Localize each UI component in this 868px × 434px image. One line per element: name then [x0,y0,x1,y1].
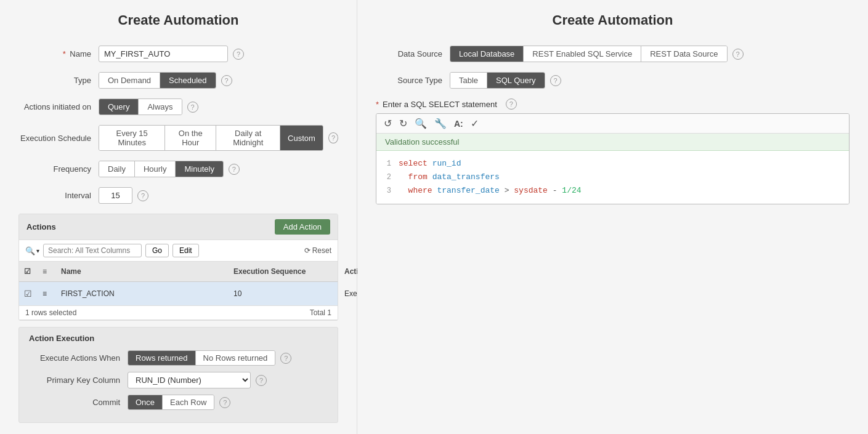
add-action-button[interactable]: Add Action [275,219,330,235]
source-type-label: Source Type [376,76,450,85]
commit-once[interactable]: Once [128,395,163,409]
name-input[interactable] [99,46,228,62]
actions-initiated-group: Query Always [99,98,182,115]
check-icon[interactable]: ✓ [471,118,479,129]
line-num-2: 2 [376,171,399,183]
type-scheduled[interactable]: Scheduled [160,73,215,88]
execution-schedule-label: Execution Schedule [18,134,99,143]
sql-editor: ↺ ↻ 🔍 🔧 A: ✓ Validation successful 1 sel… [376,113,850,204]
schedule-every-15-min[interactable]: Every 15 Minutes [99,126,165,150]
pk-help-icon[interactable]: ? [256,375,267,386]
source-sql-query[interactable]: SQL Query [487,73,545,88]
type-help-icon[interactable]: ? [221,75,232,86]
header-checkbox-icon[interactable]: ☑ [24,267,31,276]
sql-code[interactable]: 1 select run_id 2 from data_transfers 3 [376,151,849,204]
row-menu[interactable]: ≡ [38,286,56,301]
commit-each-row[interactable]: Each Row [163,395,214,409]
th-checkbox: ☑ [19,265,38,278]
datasource-label: Data Source [376,49,450,58]
chevron-down-icon: ▾ [36,247,39,254]
sql-label: Enter a SQL SELECT statement [383,100,497,109]
freq-hourly[interactable]: Hourly [135,161,176,177]
freq-minutely[interactable]: Minutely [176,161,222,177]
line-content-3: where transfer_date > sysdate - 1/24 [399,184,582,198]
name-help-icon[interactable]: ? [233,49,244,60]
required-star: * [63,49,66,58]
execute-help-icon[interactable]: ? [280,353,291,364]
wrench-icon[interactable]: 🔧 [434,118,447,129]
schedule-custom[interactable]: Custom [280,126,323,150]
commit-label: Commit [29,398,128,407]
search-icon: 🔍 [25,246,35,255]
actions-section: Actions Add Action 🔍 ▾ Go Edit ⟳ Reset [18,214,338,321]
table-header: ☑ ≡ Name Execution Sequence Action Type … [19,262,338,282]
datasource-help-icon[interactable]: ? [732,49,744,60]
row-checkbox-icon: ☑ [24,289,32,299]
actions-initiated-label: Actions initiated on [18,102,99,111]
go-button[interactable]: Go [145,244,169,257]
freq-daily[interactable]: Daily [99,161,135,177]
ds-local-database[interactable]: Local Database [450,46,524,62]
sql-toolbar: ↺ ↻ 🔍 🔧 A: ✓ [376,114,849,134]
search-input[interactable] [43,244,142,257]
font-size-icon[interactable]: A: [454,119,463,129]
interval-help-icon[interactable]: ? [137,190,148,201]
pk-column-select[interactable]: RUN_ID (Number) [128,372,251,388]
schedule-daily-midnight[interactable]: Daily at Midnight [216,126,280,150]
source-table[interactable]: Table [450,73,487,88]
sql-line-1: 1 select run_id [376,157,849,171]
line-num-3: 3 [376,185,399,197]
search-toolbar-icon[interactable]: 🔍 [415,118,427,129]
type-button-group: On Demand Scheduled [99,72,216,89]
sql-line-3: 3 where transfer_date > sysdate - 1/24 [376,184,849,198]
redo-icon[interactable]: ↻ [399,118,407,129]
type-label: Type [18,76,99,85]
th-menu: ≡ [38,265,56,278]
row-checkbox[interactable]: ☑ [19,286,38,302]
reset-link[interactable]: ⟳ Reset [304,246,331,255]
ds-rest-data-source[interactable]: REST Data Source [641,46,726,62]
search-icon-wrap[interactable]: 🔍 ▾ [25,246,39,255]
execute-no-rows[interactable]: No Rows returned [196,351,275,365]
actions-always[interactable]: Always [139,99,181,115]
edit-button[interactable]: Edit [172,244,199,257]
row-name[interactable]: FIRST_ACTION [56,286,229,301]
th-name: Name [56,265,229,278]
interval-label: Interval [18,191,99,200]
name-label: * Name [18,49,99,58]
sql-help-icon[interactable]: ? [506,98,517,110]
table-row: ☑ ≡ FIRST_ACTION 10 Execute Code Local D… [19,282,338,306]
schedule-help-icon[interactable]: ? [328,132,338,143]
commit-help-icon[interactable]: ? [219,397,230,408]
actions-help-icon[interactable]: ? [187,102,198,113]
rows-selected: 1 rows selected Total 1 [19,306,338,320]
execute-rows-returned[interactable]: Rows returned [128,351,196,365]
schedule-group: Every 15 Minutes On the Hour Daily at Mi… [99,125,323,151]
sql-line-2: 2 from data_transfers [376,171,849,184]
source-type-help-icon[interactable]: ? [550,75,561,86]
action-execution-section: Action Execution Execute Actions When Ro… [18,327,338,423]
undo-icon[interactable]: ↺ [384,118,392,129]
schedule-on-hour[interactable]: On the Hour [165,126,216,150]
line-content-2: from data_transfers [399,171,500,184]
row-execution-sequence: 10 [229,286,339,301]
right-panel-title: Create Automation [376,12,850,28]
frequency-help-icon[interactable]: ? [229,164,240,175]
actions-title: Actions [26,222,56,231]
actions-query[interactable]: Query [99,99,139,115]
frequency-label: Frequency [18,164,99,174]
actions-header: Actions Add Action [19,214,338,240]
type-on-demand[interactable]: On Demand [99,73,160,88]
line-num-1: 1 [376,158,399,170]
frequency-group: Daily Hourly Minutely [99,161,224,177]
source-type-group: Table SQL Query [450,72,545,89]
line-content-1: select run_id [399,157,461,171]
pk-column-label: Primary Key Column [29,376,128,385]
sql-section: * Enter a SQL SELECT statement ? ↺ ↻ 🔍 🔧… [376,98,850,204]
ds-rest-sql[interactable]: REST Enabled SQL Service [524,46,641,62]
execute-when-label: Execute Actions When [29,353,128,363]
commit-group: Once Each Row [128,395,214,410]
interval-input[interactable] [99,187,132,204]
th-execution-sequence: Execution Sequence [229,265,339,278]
sql-required-star: * [376,100,379,109]
